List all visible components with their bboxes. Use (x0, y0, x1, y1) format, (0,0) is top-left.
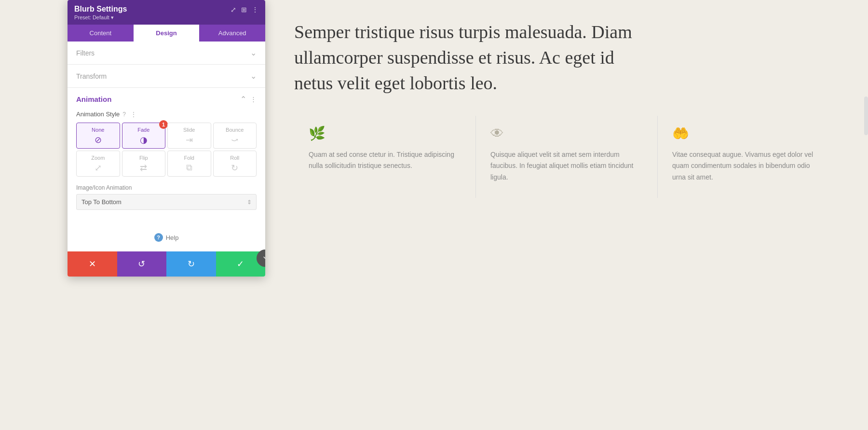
content-area: Semper tristique risus turpis malesuada.… (265, 0, 868, 430)
transform-section[interactable]: Transform (68, 65, 265, 88)
anim-fade-icon: ◑ (140, 135, 148, 145)
help-label[interactable]: Help (166, 234, 179, 241)
animation-style-grid: None ⊘ Fade ◑ 1 Slide ⇥ (76, 123, 257, 177)
settings-preset[interactable]: Preset: Default ▾ (74, 14, 231, 21)
anim-none-label: None (92, 127, 104, 133)
animation-section: Animation ⋮ Animation Style ? ⋮ N (68, 88, 265, 223)
tab-content[interactable]: Content (68, 25, 134, 42)
card-2-text: Quisque aliquet velit sit amet sem inter… (490, 149, 643, 183)
animation-more-icon[interactable]: ⋮ (250, 96, 257, 103)
card-3-text: Vitae consequat augue. Vivamus eget dolo… (672, 149, 825, 183)
redo-button[interactable]: ↻ (166, 251, 216, 277)
anim-roll-icon: ↻ (231, 163, 238, 173)
anim-none[interactable]: None ⊘ (76, 123, 120, 149)
help-row: ? Help (68, 223, 265, 251)
animation-title: Animation (76, 95, 111, 103)
card-1: 🌿 Quam at sed conse ctetur in. Tristique… (294, 116, 476, 198)
anim-bounce-icon: ⤻ (231, 135, 238, 145)
card-2-icon: 👁 (490, 125, 643, 141)
more-options-icon[interactable]: ⋮ (252, 6, 258, 14)
anim-fold-label: Fold (184, 155, 194, 161)
settings-panel: Blurb Settings Preset: Default ▾ ⤢ ⊞ ⋮ C… (68, 0, 265, 277)
card-1-icon: 🌿 (309, 125, 461, 141)
anim-zoom-icon: ⤢ (95, 163, 102, 173)
anim-fade-label: Fade (137, 127, 149, 133)
tab-advanced[interactable]: Advanced (199, 25, 265, 42)
style-label-row: Animation Style ? ⋮ (76, 111, 257, 118)
cards-row: 🌿 Quam at sed conse ctetur in. Tristique… (294, 116, 839, 198)
card-1-text: Quam at sed conse ctetur in. Tristique a… (309, 149, 461, 172)
anim-slide-label: Slide (183, 127, 195, 133)
anim-slide[interactable]: Slide ⇥ (167, 123, 211, 149)
animation-header: Animation ⋮ (76, 95, 257, 104)
anim-roll[interactable]: Roll ↻ (213, 151, 257, 177)
anim-fade[interactable]: Fade ◑ 1 (122, 123, 166, 149)
style-label: Animation Style (76, 111, 120, 118)
help-circle-icon: ? (154, 233, 163, 242)
image-icon-select-wrapper: None Top To Bottom Bottom To Top Left To… (76, 194, 257, 210)
filters-section[interactable]: Filters (68, 42, 265, 65)
transform-chevron (250, 71, 257, 81)
hero-text: Semper tristique risus turpis malesuada.… (294, 19, 641, 97)
settings-title: Blurb Settings (74, 5, 231, 14)
card-2: 👁 Quisque aliquet velit sit amet sem int… (476, 116, 658, 198)
anim-none-icon: ⊘ (95, 135, 102, 145)
transform-label: Transform (76, 72, 107, 80)
filters-label: Filters (76, 49, 95, 57)
filters-chevron (250, 48, 257, 57)
anim-roll-label: Roll (230, 155, 239, 161)
header-icons: ⤢ ⊞ ⋮ (231, 6, 258, 14)
fade-badge: 1 (159, 120, 168, 129)
card-3: 🤲 Vitae consequat augue. Vivamus eget do… (658, 116, 839, 198)
style-help-icon[interactable]: ? (122, 111, 126, 118)
settings-body: Filters Transform Animation ⋮ (68, 42, 265, 251)
image-icon-animation-field: Image/Icon Animation None Top To Bottom … (76, 184, 257, 210)
anim-bounce[interactable]: Bounce ⤻ (213, 123, 257, 149)
image-icon-animation-label: Image/Icon Animation (76, 184, 257, 191)
reset-button[interactable]: ↺ (117, 251, 167, 277)
anim-slide-icon: ⇥ (186, 135, 193, 145)
anim-fold-icon: ⧉ (186, 163, 192, 173)
anim-zoom-label: Zoom (91, 155, 105, 161)
bottom-bar: ✕ ↺ ↻ ✓ (68, 251, 265, 277)
right-scrollbar[interactable] (864, 97, 868, 135)
anim-fold[interactable]: Fold ⧉ (167, 151, 211, 177)
card-3-icon: 🤲 (672, 125, 825, 141)
anim-flip[interactable]: Flip ⇄ (122, 151, 166, 177)
anim-flip-icon: ⇄ (140, 163, 147, 173)
animation-header-controls: ⋮ (240, 95, 257, 104)
columns-icon[interactable]: ⊞ (241, 6, 247, 14)
anim-zoom[interactable]: Zoom ⤢ (76, 151, 120, 177)
tab-design[interactable]: Design (134, 25, 200, 42)
cancel-button[interactable]: ✕ (68, 251, 117, 277)
image-icon-select[interactable]: None Top To Bottom Bottom To Top Left To… (76, 194, 257, 210)
anim-flip-label: Flip (139, 155, 148, 161)
style-more-icon[interactable]: ⋮ (131, 111, 136, 118)
expand-icon[interactable]: ⤢ (231, 6, 236, 14)
animation-collapse-icon[interactable] (240, 95, 246, 104)
anim-bounce-label: Bounce (226, 127, 244, 133)
settings-header: Blurb Settings Preset: Default ▾ ⤢ ⊞ ⋮ (68, 0, 265, 25)
settings-tabs: Content Design Advanced (68, 25, 265, 42)
